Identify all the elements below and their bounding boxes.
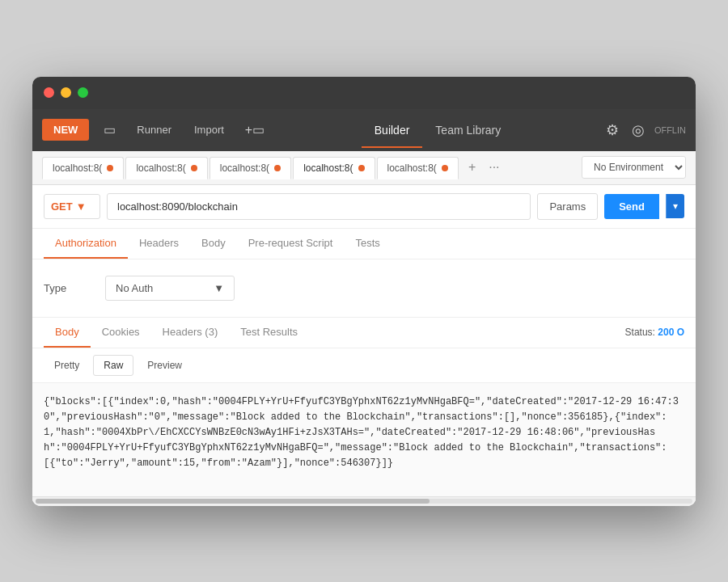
auth-section: Type No Auth ▼ <box>32 259 696 318</box>
tab-builder[interactable]: Builder <box>362 119 423 141</box>
request-section-tabs: Authorization Headers Body Pre-request S… <box>32 229 696 259</box>
tab-dot <box>191 165 197 171</box>
chevron-down-icon: ▼ <box>76 200 87 213</box>
sync-icon: ◎ <box>632 122 645 138</box>
nav-tabs: Builder Team Library <box>276 119 599 141</box>
chevron-down-icon: ▼ <box>214 282 224 294</box>
response-status: Status: 200 O <box>625 327 684 338</box>
add-tab-icon-button[interactable]: +▭ <box>237 117 273 142</box>
format-tabs-row: Pretty Raw Preview <box>32 348 696 383</box>
tab-label: localhost:8( <box>220 162 269 174</box>
close-button[interactable] <box>44 87 54 98</box>
response-body: {"blocks":[{"index":0,"hash":"0004FPLY+Y… <box>32 383 696 496</box>
import-button[interactable]: Import <box>184 119 234 141</box>
maximize-button[interactable] <box>78 87 88 98</box>
request-tabs-row: localhost:8( localhost:8( localhost:8( l… <box>32 151 696 185</box>
auth-type-value: No Auth <box>116 282 153 294</box>
settings-icon-button[interactable]: ⚙ <box>603 118 622 142</box>
request-tab-1[interactable]: localhost:8( <box>125 157 207 179</box>
scrollbar-track <box>36 499 692 504</box>
resp-tab-test-results[interactable]: Test Results <box>229 318 309 348</box>
request-tab-4[interactable]: localhost:8( <box>377 157 459 179</box>
params-button[interactable]: Params <box>537 193 598 220</box>
tab-pre-request-script[interactable]: Pre-request Script <box>237 229 345 259</box>
status-label: Status: <box>625 327 655 338</box>
tab-team-library[interactable]: Team Library <box>422 119 514 141</box>
layout-icon-button[interactable]: ▭ <box>95 117 124 142</box>
add-tab-button[interactable]: + <box>463 158 480 176</box>
fmt-tab-raw[interactable]: Raw <box>93 355 133 376</box>
fmt-tab-pretty[interactable]: Pretty <box>44 355 90 376</box>
settings-icon: ⚙ <box>606 122 619 138</box>
send-dropdown-button[interactable]: ▾ <box>666 194 684 218</box>
offline-label: OFFLIN <box>654 125 686 135</box>
sync-icon-button[interactable]: ◎ <box>629 118 648 142</box>
status-code: 200 O <box>658 327 684 338</box>
toolbar-right: ⚙ ◎ OFFLIN <box>603 118 686 142</box>
main-toolbar: NEW ▭ Runner Import +▭ Builder Team Libr… <box>32 109 696 151</box>
auth-type-dropdown[interactable]: No Auth ▼ <box>105 276 235 301</box>
resp-tab-headers[interactable]: Headers (3) <box>151 318 230 348</box>
layout-icon: ▭ <box>104 122 116 137</box>
tab-label: localhost:8( <box>387 162 437 174</box>
method-dropdown[interactable]: GET ▼ <box>44 194 100 219</box>
minimize-button[interactable] <box>61 87 71 98</box>
request-tab-2[interactable]: localhost:8( <box>210 157 291 179</box>
scrollbar-thumb[interactable] <box>36 499 430 504</box>
tab-dot <box>274 165 281 171</box>
titlebar <box>32 77 696 109</box>
chevron-down-icon: ▾ <box>673 200 678 212</box>
response-tabs-row: Body Cookies Headers (3) Test Results St… <box>32 318 696 348</box>
more-tabs-button[interactable]: ··· <box>484 158 504 176</box>
request-tab-3[interactable]: localhost:8( <box>293 157 375 179</box>
resp-tab-cookies[interactable]: Cookies <box>91 318 151 348</box>
add-icon: +▭ <box>245 122 265 137</box>
send-button[interactable]: Send <box>604 194 659 219</box>
scrollbar-area[interactable] <box>32 496 696 506</box>
auth-type-label: Type <box>44 282 92 294</box>
tab-dot <box>442 165 448 171</box>
method-value: GET <box>51 200 73 213</box>
tab-tests[interactable]: Tests <box>344 229 391 259</box>
response-section: Body Cookies Headers (3) Test Results St… <box>32 318 696 506</box>
runner-button[interactable]: Runner <box>127 119 181 141</box>
url-input[interactable] <box>107 193 531 220</box>
tab-authorization[interactable]: Authorization <box>44 229 128 259</box>
tab-label: localhost:8( <box>53 162 102 174</box>
tab-dot <box>107 165 113 171</box>
request-tab-0[interactable]: localhost:8( <box>42 157 124 179</box>
app-window: NEW ▭ Runner Import +▭ Builder Team Libr… <box>32 77 696 506</box>
tab-label: localhost:8( <box>303 162 353 174</box>
environment-selector[interactable]: No Environment <box>582 156 686 179</box>
tab-label: localhost:8( <box>136 162 185 174</box>
fmt-tab-preview[interactable]: Preview <box>137 355 193 376</box>
tab-dot <box>358 165 365 171</box>
tabs-actions: + ··· <box>463 158 505 176</box>
request-bar: GET ▼ Params Send ▾ <box>32 185 696 229</box>
new-button[interactable]: NEW <box>42 119 89 141</box>
tab-headers[interactable]: Headers <box>128 229 190 259</box>
auth-type-row: Type No Auth ▼ <box>44 276 684 301</box>
resp-tab-body[interactable]: Body <box>44 318 91 348</box>
tab-body[interactable]: Body <box>190 229 237 259</box>
